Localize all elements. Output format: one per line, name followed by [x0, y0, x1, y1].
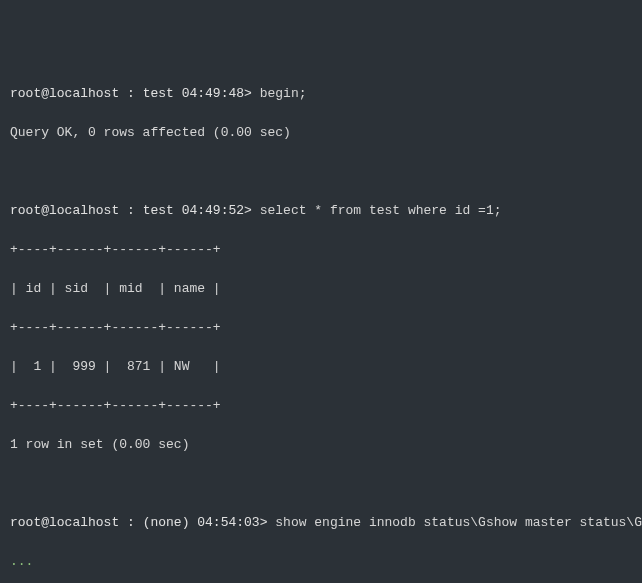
sql-command: show engine innodb status\Gshow master s…: [275, 515, 642, 530]
sql-command: select * from test where id =1;: [260, 203, 502, 218]
prompt: root@localhost : test 04:49:48>: [10, 86, 260, 101]
table-header: | id | sid | mid | name |: [10, 279, 632, 299]
terminal-line-select: root@localhost : test 04:49:52> select *…: [10, 201, 632, 221]
table-border: +----+------+------+------+: [10, 396, 632, 416]
result-footer: 1 row in set (0.00 sec): [10, 435, 632, 455]
query-response: Query OK, 0 rows affected (0.00 sec): [10, 123, 632, 143]
prompt: root@localhost : (none) 04:54:03>: [10, 515, 275, 530]
table-border: +----+------+------+------+: [10, 318, 632, 338]
table-border: +----+------+------+------+: [10, 240, 632, 260]
terminal-line-status: root@localhost : (none) 04:54:03> show e…: [10, 513, 632, 533]
table-row: | 1 | 999 | 871 | NW |: [10, 357, 632, 377]
terminal-line-begin: root@localhost : test 04:49:48> begin;: [10, 84, 632, 104]
sql-command: begin;: [260, 86, 307, 101]
log-ellipsis: ...: [10, 552, 632, 572]
prompt: root@localhost : test 04:49:52>: [10, 203, 260, 218]
